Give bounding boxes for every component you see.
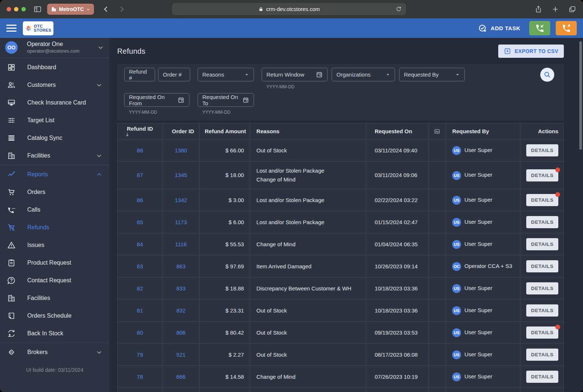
app-header: OTC STORES ADD TASK — [0, 18, 583, 38]
order-id-link[interactable]: 832 — [176, 307, 185, 314]
facilities-icon — [7, 151, 16, 160]
refund-id-link[interactable]: 82 — [137, 285, 143, 292]
minimize-window-button[interactable] — [14, 7, 18, 11]
active-tab[interactable]: MetroOTC — [47, 4, 94, 15]
details-button[interactable]: DETAILS — [526, 304, 558, 317]
sidebar-item-catalog-sync[interactable]: Catalog Sync — [0, 129, 109, 147]
refund-id-link[interactable]: 88 — [137, 147, 143, 153]
reasons-select[interactable]: Reasons — [198, 68, 254, 81]
order-id-link[interactable]: 833 — [176, 285, 185, 292]
details-button[interactable]: DETAILS — [526, 194, 558, 206]
order-id-link[interactable]: 806 — [176, 329, 185, 336]
details-button[interactable]: DETAILS — [526, 260, 558, 272]
new-tab-icon[interactable] — [551, 5, 559, 13]
address-bar[interactable]: crm-dev.otcstores.com — [172, 3, 406, 15]
tab-overview-icon[interactable] — [568, 5, 576, 13]
browser-sidebar-toggle-icon[interactable] — [33, 5, 42, 14]
details-button[interactable]: DETAILS — [526, 238, 558, 250]
add-task-button[interactable]: ADD TASK — [478, 24, 520, 33]
table-row: 77668$ 28.60Discrepancy Between Customer… — [118, 388, 564, 392]
share-icon[interactable] — [534, 5, 542, 13]
orders-schedule-icon — [7, 311, 16, 320]
order-id-link[interactable]: 1380 — [175, 147, 187, 153]
calendar-icon — [178, 96, 185, 103]
refund-id-link[interactable]: 79 — [137, 352, 143, 358]
avatar: US — [452, 372, 461, 381]
sidebar-item-facilities[interactable]: Facilities — [0, 147, 109, 165]
details-button[interactable]: DETAILS — [526, 371, 558, 383]
incoming-call-button[interactable] — [529, 21, 550, 35]
image-cell — [429, 322, 446, 344]
sidebar-item-refunds[interactable]: Refunds — [0, 219, 109, 236]
sidebar-item-contact-request[interactable]: Contact Request — [0, 272, 109, 289]
sidebar-item-orders-schedule[interactable]: Orders Schedule — [0, 307, 109, 325]
sidebar-item-dashboard[interactable]: Dashboard — [0, 59, 109, 76]
column-header-image[interactable] — [429, 123, 446, 140]
details-button[interactable]: DETAILS — [526, 282, 558, 294]
column-header-refund-amount[interactable]: Refund Amount — [199, 123, 250, 140]
browser-back-button[interactable] — [102, 5, 110, 13]
refund-id-link[interactable]: 83 — [137, 263, 143, 269]
refund-id-link[interactable]: 85 — [137, 219, 143, 225]
return-window-date-input[interactable]: Return Window — [262, 68, 328, 81]
refund-id-link[interactable]: 86 — [137, 197, 143, 203]
close-window-button[interactable] — [7, 7, 11, 11]
refund-id-link[interactable]: 78 — [137, 374, 143, 380]
refunds-table-body: 881380$ 66.00Out of Stock03/11/2024 09:4… — [118, 140, 564, 392]
sidebar-item-facilities[interactable]: Facilities — [0, 289, 109, 307]
order-id-link[interactable]: 1173 — [175, 219, 187, 225]
export-to-csv-button[interactable]: EXPORT TO CSV — [498, 45, 564, 58]
sidebar-item-product-request[interactable]: Product Request — [0, 254, 109, 272]
requested-on-from-date-input[interactable]: Requested On From — [124, 93, 189, 107]
refund-id-link[interactable]: 84 — [137, 241, 143, 247]
sidebar-item-label: Facilities — [27, 152, 50, 159]
organizations-select[interactable]: Organizations — [332, 68, 395, 81]
details-button[interactable]: DETAILS — [526, 144, 558, 156]
order-id-link[interactable]: 1345 — [175, 172, 187, 178]
order-number-input[interactable]: Order # — [158, 68, 190, 81]
user-menu[interactable]: OO Operator One operator@otcstores.com — [0, 38, 109, 58]
details-button[interactable]: DETAILS — [526, 169, 558, 181]
otc-stores-logo[interactable]: OTC STORES — [23, 21, 53, 35]
details-button[interactable]: DETAILS — [526, 216, 558, 228]
sidebar-item-check-insurance-card[interactable]: Check Insurance Card — [0, 94, 109, 112]
requested-on-to-date-input[interactable]: Requested On To — [198, 93, 254, 107]
refund-id-link[interactable]: 87 — [137, 172, 143, 178]
details-button[interactable]: DETAILS — [526, 326, 558, 339]
column-header-requested-on[interactable]: Requested On — [366, 123, 428, 140]
column-header-order-id[interactable]: Order ID — [163, 123, 199, 140]
outgoing-call-button[interactable] — [556, 21, 577, 35]
window-scrollbar[interactable] — [579, 41, 582, 150]
sidebar-item-reports[interactable]: Reports — [0, 166, 109, 183]
search-button[interactable] — [540, 68, 554, 82]
refund-reasons: Lost and/or Stolen Package — [250, 189, 366, 211]
browser-forward-button[interactable] — [118, 5, 126, 13]
refund-id-link[interactable]: 81 — [137, 307, 143, 314]
sidebar-item-label: Check Insurance Card — [27, 99, 86, 106]
avatar: US — [452, 350, 461, 359]
reload-icon[interactable] — [395, 6, 402, 12]
sidebar-item-calls[interactable]: Calls — [0, 201, 109, 219]
order-id-link[interactable]: 863 — [176, 263, 185, 269]
sidebar-item-orders[interactable]: Orders — [0, 183, 109, 201]
refund-id-link[interactable]: 80 — [137, 329, 143, 336]
order-id-link[interactable]: 1116 — [175, 241, 186, 247]
order-id-link[interactable]: 521 — [176, 352, 185, 358]
zoom-window-button[interactable] — [21, 7, 26, 11]
refund-amount: $ 66.00 — [199, 140, 250, 162]
requested-by-select[interactable]: Requested By — [399, 68, 465, 81]
details-button[interactable]: DETAILS — [526, 349, 558, 361]
column-header-reasons[interactable]: Reasons — [250, 123, 366, 140]
sidebar-item-back-in-stock[interactable]: Back In Stock — [0, 325, 109, 342]
sidebar-item-target-list[interactable]: Target List — [0, 112, 109, 129]
sidebar-item-brokers[interactable]: Brokers — [0, 343, 109, 361]
order-id-link[interactable]: 1342 — [175, 197, 187, 203]
sidebar-item-issues[interactable]: Issues — [0, 236, 109, 254]
image-cell — [429, 366, 446, 388]
column-header-requested-by[interactable]: Requested By — [446, 123, 520, 140]
refund-number-input[interactable]: Refund # — [124, 68, 155, 81]
column-header-refund-id[interactable]: Refund ID — [118, 123, 163, 140]
order-id-link[interactable]: 666 — [176, 374, 185, 380]
menu-icon[interactable] — [6, 25, 17, 32]
sidebar-item-customers[interactable]: Customers — [0, 76, 109, 94]
